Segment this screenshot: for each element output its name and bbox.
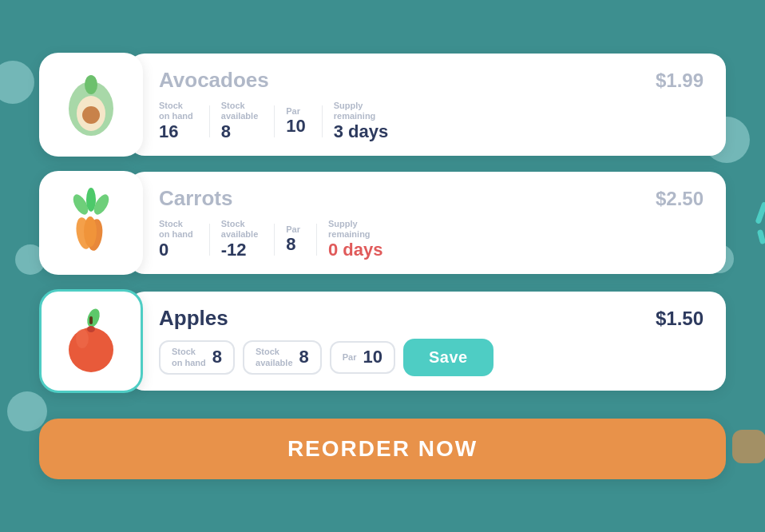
apples-header: Apples $1.50	[159, 306, 704, 331]
stock-available-value-3: 8	[299, 347, 309, 367]
reorder-deco	[732, 430, 765, 463]
avocadoes-card: Avocadoes $1.99 Stockon hand 16 Stockava…	[129, 54, 726, 156]
avocadoes-stats: Stockon hand 16 Stockavailable 8 Par 10 …	[159, 101, 704, 141]
carrots-stock-available: Stockavailable -12	[221, 219, 258, 260]
apples-card: Apples $1.50 Stockon hand 8 Stockavailab…	[129, 292, 726, 391]
divider-1b	[274, 105, 275, 137]
carrots-card: Carrots $2.50 Stockon hand 0 Stockavaila…	[129, 172, 726, 274]
pencil-icon	[755, 201, 765, 224]
avocadoes-icon-wrap	[39, 53, 143, 157]
avocado-icon	[55, 69, 127, 141]
stock-on-hand-label-3: Stockon hand	[172, 347, 206, 367]
stock-on-hand-label-2: Stockon hand	[159, 219, 193, 240]
apple-icon	[55, 305, 127, 377]
supply-remaining-value-2: 0 days	[328, 240, 383, 260]
stock-available-value-1: 8	[221, 122, 231, 141]
stock-on-hand-value-1: 16	[159, 122, 178, 141]
apples-row: Apples $1.50 Stockon hand 8 Stockavailab…	[39, 289, 726, 393]
par-value-3: 10	[363, 347, 382, 367]
avocadoes-header: Avocadoes $1.99	[159, 68, 704, 93]
avocadoes-par: Par 10	[286, 106, 305, 136]
carrots-header: Carrots $2.50	[159, 186, 704, 211]
deco-circle-1	[0, 61, 34, 104]
avocadoes-stock-on-hand: Stockon hand 16	[159, 101, 193, 141]
apples-stock-on-hand-box: Stockon hand 8	[159, 340, 235, 374]
carrots-row: Carrots $2.50 Stockon hand 0 Stockavaila…	[39, 171, 726, 275]
par-value-1: 10	[286, 117, 305, 136]
stock-available-label-1: Stockavailable	[221, 101, 258, 121]
apples-stats: Stockon hand 8 Stockavailable 8 Par 10 S…	[159, 339, 704, 376]
carrots-icon	[55, 187, 127, 259]
svg-point-2	[82, 106, 100, 124]
svg-point-9	[84, 216, 97, 247]
divider-1a	[209, 105, 210, 137]
divider-2b	[274, 224, 275, 256]
carrots-icon-wrap	[39, 171, 143, 275]
avocadoes-stock-available: Stockavailable 8	[221, 101, 258, 141]
edit-deco	[759, 202, 764, 244]
stock-available-label-3: Stockavailable	[256, 347, 292, 367]
stock-available-value-2: -12	[221, 240, 247, 260]
stock-available-label-2: Stockavailable	[221, 219, 258, 240]
carrots-stats: Stockon hand 0 Stockavailable -12 Par 8 …	[159, 219, 704, 260]
svg-point-13	[76, 329, 89, 348]
apples-stock-available-box: Stockavailable 8	[243, 340, 322, 374]
supply-remaining-label-1: Supplyremaining	[334, 101, 376, 121]
apples-price: $1.50	[656, 308, 704, 330]
svg-point-3	[85, 75, 97, 94]
apples-name: Apples	[159, 306, 228, 331]
par-value-2: 8	[286, 235, 295, 254]
carrots-par: Par 8	[286, 224, 300, 254]
save-button[interactable]: Save	[403, 339, 493, 376]
stock-on-hand-value-2: 0	[159, 240, 168, 260]
reorder-wrap: REORDER NOW	[39, 414, 726, 479]
divider-2a	[209, 224, 210, 256]
svg-point-14	[87, 326, 95, 332]
divider-1c	[322, 105, 323, 137]
apples-par-box: Par 10	[330, 341, 395, 373]
avocadoes-row: Avocadoes $1.99 Stockon hand 16 Stockava…	[39, 53, 726, 157]
stock-on-hand-value-3: 8	[212, 347, 222, 367]
supply-remaining-label-2: Supplyremaining	[328, 219, 371, 240]
pencil-icon-2	[757, 229, 765, 244]
divider-2c	[316, 224, 317, 256]
svg-point-10	[85, 307, 101, 328]
stock-on-hand-label-1: Stockon hand	[159, 101, 193, 121]
svg-point-12	[69, 328, 113, 372]
apples-icon-wrap	[39, 289, 143, 393]
carrots-stock-on-hand: Stockon hand 0	[159, 219, 193, 260]
par-label-3: Par	[343, 352, 357, 363]
avocadoes-price: $1.99	[656, 69, 704, 92]
avocadoes-name: Avocadoes	[159, 68, 269, 93]
main-container: Avocadoes $1.99 Stockon hand 16 Stockava…	[39, 53, 726, 479]
carrots-name: Carrots	[159, 186, 232, 211]
supply-remaining-value-1: 3 days	[334, 122, 389, 141]
svg-rect-11	[89, 316, 93, 324]
carrots-supply: Supplyremaining 0 days	[328, 219, 383, 260]
reorder-now-button[interactable]: REORDER NOW	[39, 419, 726, 479]
carrots-price: $2.50	[656, 188, 704, 210]
avocadoes-supply: Supplyremaining 3 days	[334, 101, 389, 141]
